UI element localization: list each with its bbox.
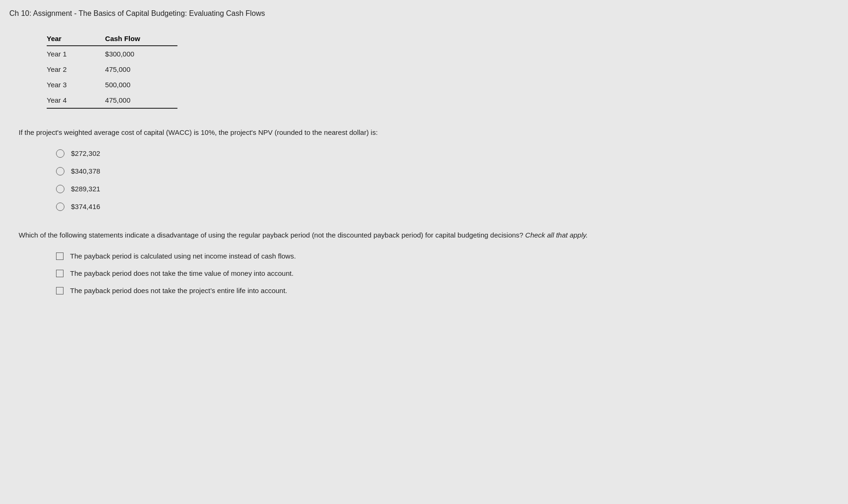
table-cell-cashflow: 475,000: [105, 62, 177, 77]
cash-flow-table: Year Cash Flow Year 1$300,000Year 2475,0…: [47, 32, 177, 109]
question2-main-text: Which of the following statements indica…: [19, 231, 525, 239]
table-cell-year: Year 2: [47, 62, 105, 77]
question2-text: Which of the following statements indica…: [19, 230, 829, 241]
table-cell-year: Year 4: [47, 92, 105, 108]
table-cell-year: Year 3: [47, 77, 105, 92]
table-cell-year: Year 1: [47, 46, 105, 62]
checkbox-options: The payback period is calculated using n…: [56, 252, 829, 294]
checkbox-option[interactable]: The payback period is calculated using n…: [56, 252, 829, 260]
question2-instruction: Check all that apply.: [525, 231, 588, 239]
page-container: Ch 10: Assignment - The Basics of Capita…: [0, 0, 848, 504]
radio-option-label: $340,378: [71, 167, 100, 175]
radio-option-label: $289,321: [71, 185, 100, 193]
col-header-cashflow: Cash Flow: [105, 32, 177, 46]
table-cell-cashflow: 500,000: [105, 77, 177, 92]
table-cell-cashflow: 475,000: [105, 92, 177, 108]
radio-option[interactable]: $272,302: [56, 149, 829, 158]
radio-option[interactable]: $374,416: [56, 203, 829, 211]
radio-circle-icon: [56, 203, 64, 211]
table-row: Year 2475,000: [47, 62, 177, 77]
question1-text: If the project's weighted average cost o…: [19, 127, 829, 138]
radio-option[interactable]: $289,321: [56, 185, 829, 193]
table-row: Year 1$300,000: [47, 46, 177, 62]
radio-option[interactable]: $340,378: [56, 167, 829, 175]
checkbox-icon: [56, 270, 64, 277]
radio-circle-icon: [56, 167, 64, 175]
checkbox-option-label: The payback period does not take the tim…: [70, 269, 294, 277]
radio-options: $272,302$340,378$289,321$374,416: [56, 149, 829, 211]
table-row: Year 4475,000: [47, 92, 177, 108]
table-row: Year 3500,000: [47, 77, 177, 92]
table-cell-cashflow: $300,000: [105, 46, 177, 62]
checkbox-option[interactable]: The payback period does not take the tim…: [56, 269, 829, 277]
checkbox-icon: [56, 287, 64, 294]
checkbox-option-label: The payback period does not take the pro…: [70, 287, 287, 294]
checkbox-option-label: The payback period is calculated using n…: [70, 252, 296, 260]
checkbox-option[interactable]: The payback period does not take the pro…: [56, 287, 829, 294]
page-title: Ch 10: Assignment - The Basics of Capita…: [9, 9, 829, 18]
checkbox-icon: [56, 252, 64, 260]
radio-circle-icon: [56, 185, 64, 193]
col-header-year: Year: [47, 32, 105, 46]
radio-circle-icon: [56, 149, 64, 158]
cash-flow-table-container: Year Cash Flow Year 1$300,000Year 2475,0…: [47, 32, 829, 109]
radio-option-label: $272,302: [71, 149, 100, 157]
radio-option-label: $374,416: [71, 203, 100, 210]
